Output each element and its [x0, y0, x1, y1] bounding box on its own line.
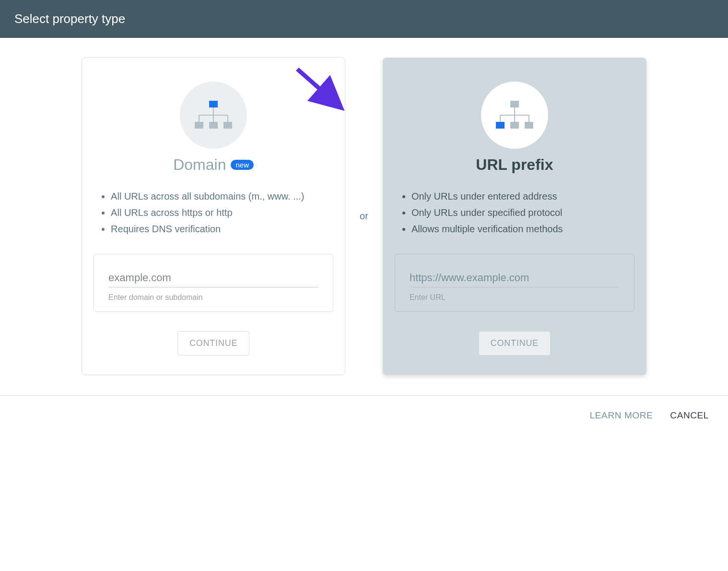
list-item: All URLs across https or http: [111, 204, 335, 221]
urlprefix-card-title: URL prefix: [476, 156, 553, 174]
urlprefix-icon-circle: [481, 82, 548, 149]
new-badge: new: [231, 160, 254, 170]
domain-input-container: Enter domain or subdomain: [94, 254, 333, 312]
urlprefix-property-card[interactable]: URL prefix Only URLs under entered addre…: [383, 58, 646, 375]
sitemap-icon: [195, 101, 232, 130]
svg-rect-8: [195, 122, 203, 129]
dialog-footer: LEARN MORE CANCEL: [0, 395, 728, 435]
or-separator: or: [360, 211, 368, 222]
annotation-arrow-icon: [293, 64, 350, 119]
urlprefix-input-helper: Enter URL: [410, 293, 620, 302]
domain-input[interactable]: [108, 269, 318, 287]
svg-rect-11: [510, 101, 519, 107]
list-item: Allows multiple verification methods: [411, 221, 637, 237]
svg-line-1: [297, 69, 338, 105]
domain-continue-button[interactable]: CONTINUE: [177, 331, 249, 356]
list-item: All URLs across all subdomains (m., www.…: [111, 188, 335, 204]
learn-more-button[interactable]: LEARN MORE: [590, 410, 653, 421]
svg-rect-2: [209, 101, 218, 107]
svg-rect-9: [209, 122, 218, 129]
sitemap-icon: [496, 101, 533, 130]
urlprefix-title-row: URL prefix: [476, 156, 553, 174]
svg-rect-10: [223, 122, 232, 129]
domain-input-helper: Enter domain or subdomain: [108, 293, 318, 302]
urlprefix-continue-button[interactable]: CONTINUE: [479, 331, 551, 356]
cancel-button[interactable]: CANCEL: [670, 410, 709, 421]
list-item: Requires DNS verification: [111, 221, 335, 237]
content-area: Domain new All URLs across all subdomain…: [0, 38, 728, 390]
urlprefix-feature-list: Only URLs under entered address Only URL…: [392, 188, 637, 237]
domain-icon-circle: [180, 82, 247, 149]
svg-rect-18: [510, 122, 519, 129]
dialog-title: Select property type: [14, 12, 125, 26]
domain-title-row: Domain new: [173, 156, 254, 174]
list-item: Only URLs under entered address: [411, 188, 637, 204]
dialog-header: Select property type: [0, 0, 728, 38]
domain-card-title: Domain: [173, 156, 226, 174]
svg-rect-19: [525, 122, 533, 129]
list-item: Only URLs under specified protocol: [411, 204, 637, 221]
urlprefix-input[interactable]: [410, 269, 620, 287]
domain-feature-list: All URLs across all subdomains (m., www.…: [92, 188, 335, 237]
urlprefix-input-container: Enter URL: [395, 254, 634, 312]
svg-rect-17: [496, 122, 505, 129]
